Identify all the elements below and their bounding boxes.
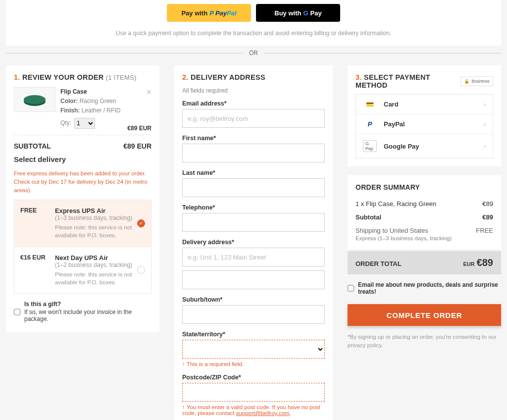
- gift-desc: If so, we won't include your invoice in …: [24, 309, 152, 322]
- gpay-text: Pay: [310, 9, 322, 17]
- summary-subtotal-label: Subtotal: [355, 213, 381, 221]
- firstname-input[interactable]: [182, 144, 325, 162]
- state-select[interactable]: [182, 340, 325, 359]
- telephone-input[interactable]: [182, 213, 325, 232]
- email-label: Email address*: [182, 100, 325, 107]
- payment-method-card[interactable]: 💳 Card ›: [356, 95, 493, 114]
- google-logo-icon: G: [303, 9, 308, 17]
- radio-unselected-icon: [137, 266, 145, 274]
- email-input[interactable]: [182, 109, 325, 128]
- telephone-label: Telephone*: [182, 204, 325, 211]
- payment-heading: 3. SELECT PAYMENT METHOD: [355, 73, 460, 89]
- summary-item-price: €89: [482, 200, 493, 208]
- qty-label: Qty:: [60, 118, 71, 128]
- subtotal-label: SUBTOTAL: [14, 142, 51, 150]
- product-thumb: [14, 87, 55, 112]
- card-icon: 💳: [363, 101, 377, 108]
- address-input[interactable]: [182, 248, 325, 266]
- braintree-badge: 🔒 Braintree: [460, 76, 493, 86]
- lock-icon: 🔒: [464, 79, 469, 84]
- suburb-label: Suburb/town*: [182, 296, 325, 303]
- support-email-link[interactable]: support@bellroy.com: [236, 410, 290, 416]
- complete-order-button[interactable]: COMPLETE ORDER: [348, 304, 501, 326]
- zip-input[interactable]: [182, 383, 325, 402]
- radio-selected-icon: ✓: [137, 219, 145, 227]
- summary-shipping-val: FREE: [476, 227, 493, 234]
- summary-shipping-label: Shipping to United States: [355, 227, 428, 234]
- chevron-right-icon: ›: [484, 143, 486, 150]
- payment-method-paypal[interactable]: P PayPal ›: [356, 114, 493, 134]
- quickpay-hint: Use a quick payment option to complete t…: [12, 30, 495, 37]
- summary-heading: ORDER SUMMARY: [355, 183, 493, 191]
- order-total-row: ORDER TOTAL EUR€89: [348, 251, 501, 274]
- gpay-prefix: Buy with: [274, 9, 301, 17]
- email-me-checkbox[interactable]: [348, 281, 354, 295]
- shipping-option-nextday[interactable]: €16 EUR Next Day UPS Air (1–2 business d…: [14, 247, 151, 293]
- lastname-label: Last name*: [182, 169, 325, 176]
- state-error: ↑ This is a required field.: [182, 361, 325, 367]
- firstname-label: First name*: [182, 135, 325, 142]
- zip-error: ↑ You must enter a valid post code. If y…: [182, 404, 325, 416]
- privacy-disclaimer: *By signing up or placing an order, you'…: [348, 333, 501, 350]
- product-finish: Finish: Leather / RFID: [60, 106, 152, 115]
- gift-question: Is this a gift?: [24, 301, 152, 308]
- chevron-right-icon: ›: [484, 101, 486, 108]
- summary-subtotal-val: €89: [482, 213, 493, 221]
- delivery-notice: Free express delivery has been added to …: [14, 169, 152, 195]
- paypal-logo-icon: P PayPal: [209, 9, 236, 17]
- paypal-quick-button[interactable]: Pay with P PayPal: [167, 4, 251, 22]
- select-delivery-heading: Select delivery: [14, 155, 152, 163]
- or-divider: OR: [6, 50, 501, 56]
- delivery-heading: 2. DELIVERY ADDRESS: [182, 73, 325, 81]
- qty-select[interactable]: 1: [74, 118, 95, 129]
- review-heading: 1. REVIEW YOUR ORDER (1 ITEMS): [14, 73, 152, 81]
- subtotal-value: €89 EUR: [123, 142, 152, 150]
- suburb-input[interactable]: [182, 305, 325, 324]
- paypal-icon: P: [363, 120, 377, 128]
- email-me-label: Email me about new products, deals and s…: [358, 281, 501, 295]
- address-label: Delivery address*: [182, 239, 325, 246]
- state-label: State/territory*: [182, 331, 325, 338]
- address2-input[interactable]: [182, 270, 325, 289]
- summary-item: 1 x Flip Case, Racing Green: [355, 200, 436, 208]
- chevron-right-icon: ›: [484, 121, 486, 128]
- gift-checkbox[interactable]: [14, 302, 20, 322]
- all-fields-required: All fields required: [182, 87, 325, 94]
- remove-item-button[interactable]: ×: [146, 87, 152, 98]
- product-color: Color: Racing Green: [60, 97, 152, 106]
- gpay-icon: G Pay: [363, 140, 377, 152]
- summary-shipping-method: Express (1–3 business days, tracking): [355, 235, 493, 241]
- shipping-option-express[interactable]: FREE Express UPS Air (1–3 business days,…: [14, 200, 151, 246]
- svg-point-1: [24, 95, 46, 104]
- paypal-prefix: Pay with: [181, 9, 207, 17]
- lastname-input[interactable]: [182, 178, 325, 197]
- product-name: Flip Case: [60, 87, 152, 97]
- payment-method-gpay[interactable]: G Pay Google Pay ›: [356, 134, 493, 158]
- gpay-quick-button[interactable]: Buy with G Pay: [256, 4, 340, 22]
- product-price: €89 EUR: [127, 125, 152, 132]
- zip-label: Postcode/ZIP Code*: [182, 374, 325, 381]
